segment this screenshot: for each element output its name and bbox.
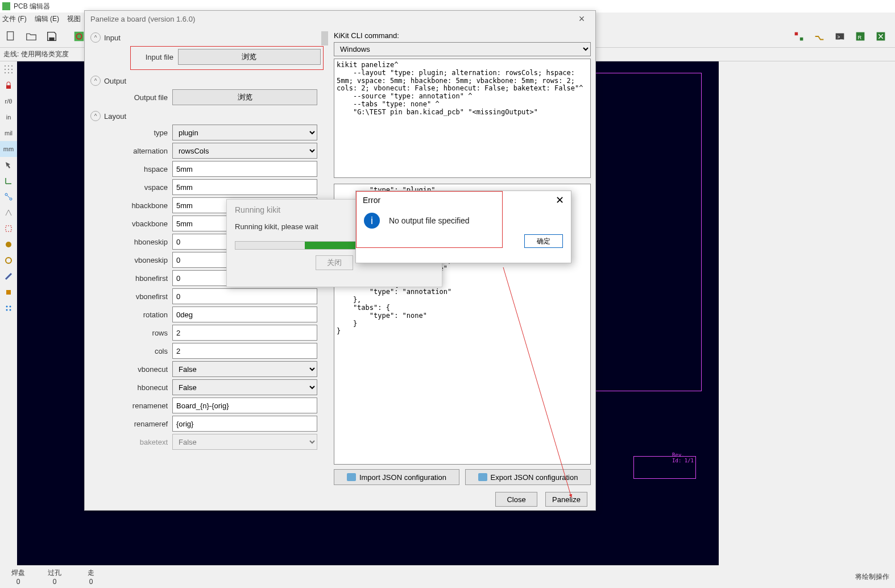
lt-dots-icon[interactable] [0, 300, 17, 316]
vbonecut-select[interactable]: False [172, 361, 317, 377]
hbonefirst-label: hbonefirst [90, 274, 168, 283]
svg-rect-5 [800, 37, 803, 40]
cols-label: cols [90, 347, 168, 355]
scrollbar[interactable] [321, 31, 328, 45]
svg-point-14 [5, 69, 6, 70]
menu-view[interactable]: 视图 [67, 14, 81, 24]
rows-label: rows [90, 329, 168, 337]
lt-outline-icon[interactable] [0, 221, 17, 237]
cols-input[interactable] [172, 343, 317, 359]
lt-polar-icon[interactable]: r/θ [0, 93, 17, 109]
svg-line-23 [7, 196, 10, 198]
type-label: type [90, 129, 168, 137]
vbonefirst-input[interactable] [172, 288, 317, 304]
cli-os-select[interactable]: Windows [334, 42, 591, 56]
status-via-val: 0 [36, 578, 73, 586]
menu-file[interactable]: 文件 (F) [2, 14, 27, 24]
save-icon[interactable] [43, 28, 60, 45]
status-via-label: 过孔 [36, 568, 73, 578]
menu-edit[interactable]: 编辑 (E) [35, 14, 59, 24]
folder-icon [478, 473, 487, 481]
svg-rect-24 [6, 226, 11, 231]
tool-icon-5[interactable] [872, 28, 889, 45]
lt-axis-icon[interactable] [0, 173, 17, 189]
chevron-up-icon: ^ [90, 32, 101, 43]
alternation-select[interactable]: rowsCols [172, 143, 317, 159]
lt-ratsnest-icon[interactable] [0, 205, 17, 221]
output-browse-button[interactable]: 浏览 [172, 89, 317, 105]
import-json-button[interactable]: Import JSON configuration [334, 469, 459, 485]
svg-point-30 [6, 309, 8, 311]
output-file-label: Output file [90, 93, 168, 102]
cli-label: KiKit CLI command: [334, 31, 591, 40]
svg-rect-2 [74, 31, 84, 41]
dialog-close-icon[interactable]: × [574, 13, 590, 25]
error-ok-button[interactable]: 确定 [524, 234, 563, 248]
baketext-label: baketext [90, 438, 168, 446]
baketext-select[interactable]: False [172, 434, 317, 450]
svg-point-16 [11, 69, 13, 70]
lt-in-icon[interactable]: in [0, 109, 17, 125]
right-panel [719, 61, 895, 575]
svg-point-28 [6, 306, 8, 308]
close-button[interactable]: Close [495, 492, 537, 507]
hspace-input[interactable] [172, 161, 317, 177]
lt-mil-icon[interactable]: mil [0, 125, 17, 141]
tool-icon-3[interactable]: >_ [831, 28, 848, 45]
vspace-input[interactable] [172, 179, 317, 195]
dialog-title-bar[interactable]: Panelize a board (version 1.6.0) × [85, 11, 595, 27]
renameref-input[interactable] [172, 416, 317, 432]
error-title: Error [363, 196, 380, 205]
vbackbone-label: vbackbone [90, 220, 168, 228]
rotation-input[interactable] [172, 307, 317, 322]
status-right: 将绘制操作 [855, 572, 895, 582]
svg-rect-27 [6, 290, 11, 295]
tool-icon-2[interactable] [811, 28, 828, 45]
section-input[interactable]: ^Input [90, 32, 329, 43]
hbonecut-select[interactable]: False [172, 379, 317, 395]
lt-zone-icon[interactable] [0, 284, 17, 300]
open-icon[interactable] [23, 28, 40, 45]
vboneskip-label: vboneskip [90, 256, 168, 264]
rows-input[interactable] [172, 325, 317, 341]
section-output[interactable]: ^Output [90, 76, 329, 86]
track-label: 走线: 使用网络类宽度 [3, 49, 69, 59]
lt-cursor-icon[interactable] [0, 157, 17, 173]
alternation-label: alternation [90, 147, 168, 155]
app-title: PCB 编辑器 [14, 2, 50, 11]
renameref-label: renameref [90, 420, 168, 428]
status-track-val: 0 [73, 578, 109, 586]
svg-point-26 [6, 258, 11, 263]
folder-icon [347, 473, 356, 481]
lt-track-icon[interactable] [0, 268, 17, 284]
cli-textarea[interactable]: kikit panelize^ --layout "type: plugin; … [334, 59, 591, 178]
renamenet-input[interactable] [172, 397, 317, 413]
svg-text:>_: >_ [837, 34, 843, 39]
lt-lock-icon[interactable] [0, 77, 17, 93]
status-pad-val: 0 [0, 578, 36, 586]
error-close-icon[interactable]: ✕ [556, 194, 564, 206]
svg-point-25 [6, 242, 11, 247]
export-json-button[interactable]: Export JSON configuration [465, 469, 591, 485]
lt-mm-icon[interactable]: mm [0, 141, 17, 157]
svg-point-15 [8, 69, 9, 70]
input-browse-button[interactable]: 浏览 [178, 49, 321, 65]
lt-grid-icon[interactable] [0, 61, 17, 77]
status-bar: 焊盘0 过孔0 走0 将绘制操作 [0, 565, 895, 588]
section-layout[interactable]: ^Layout [90, 111, 329, 121]
lt-via-icon[interactable] [0, 252, 17, 268]
chevron-up-icon: ^ [90, 76, 101, 86]
svg-point-29 [10, 306, 11, 308]
tool-icon-4[interactable]: R [852, 28, 869, 45]
panelize-button[interactable]: Panelize [545, 492, 587, 507]
tool-icon-1[interactable] [790, 28, 807, 45]
status-pad-label: 焊盘 [0, 568, 36, 578]
lt-pad-icon[interactable] [0, 237, 17, 252]
type-select[interactable]: plugin [172, 125, 317, 140]
svg-point-18 [8, 72, 9, 73]
svg-rect-4 [795, 32, 798, 35]
running-close-button[interactable]: 关闭 [316, 255, 353, 270]
vspace-label: vspace [90, 183, 168, 192]
new-icon[interactable] [2, 28, 19, 45]
lt-net-icon[interactable] [0, 189, 17, 205]
